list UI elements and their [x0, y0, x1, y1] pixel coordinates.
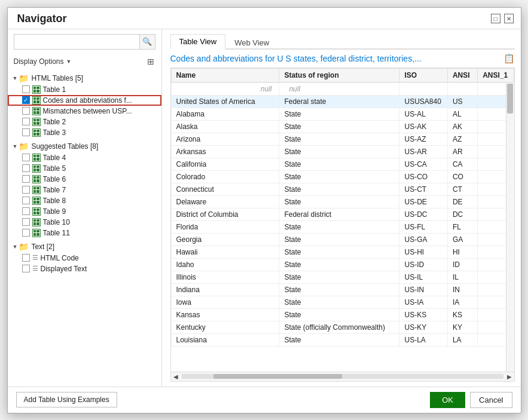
- tree-item-table5[interactable]: Table 5: [8, 163, 161, 174]
- table-icon-mismatches: [32, 107, 41, 115]
- col-header-ansi: ANSI: [447, 68, 477, 82]
- cancel-button[interactable]: Cancel: [470, 392, 512, 408]
- item-label-table3: Table 3: [43, 128, 66, 137]
- checkbox-table5[interactable]: [22, 164, 30, 172]
- suggested-group-label: Suggested Tables [8]: [31, 142, 98, 151]
- table-row: District of ColumbiaFederal districtUS-D…: [171, 208, 514, 220]
- table-row: KansasStateUS-KSKS: [171, 308, 514, 321]
- table-row: LouisianaStateUS-LALA: [171, 333, 514, 346]
- display-options-arrow: ▼: [66, 59, 72, 65]
- navigator-dialog: Navigator □ ✕ 🔍 Display Options ▼: [7, 7, 521, 413]
- search-input[interactable]: [14, 34, 140, 50]
- table-icon-8: [32, 197, 41, 205]
- item-label-table8: Table 8: [43, 197, 66, 205]
- checkbox-table9[interactable]: [22, 207, 30, 215]
- null-label-1: null: [261, 85, 272, 93]
- window-controls: □ ✕: [491, 14, 514, 23]
- table-icon-3: [32, 128, 41, 137]
- group-suggested-tables[interactable]: ▼ 📁 Suggested Tables [8]: [8, 140, 161, 152]
- col-header-ansi1: ANSI_1: [478, 68, 514, 82]
- tree-item-table9[interactable]: Table 9: [8, 206, 161, 217]
- preview-action-icon: 📋: [503, 53, 515, 63]
- item-label-table7: Table 7: [43, 186, 66, 194]
- tab-table-view[interactable]: Table View: [170, 34, 226, 50]
- preview-action-button[interactable]: 📋: [503, 53, 515, 64]
- tree-item-table7[interactable]: Table 7: [8, 185, 161, 195]
- checkbox-table7[interactable]: [22, 186, 30, 194]
- item-label-table6: Table 6: [43, 175, 66, 183]
- preview-header: Codes and abbreviations for U S states, …: [170, 53, 515, 64]
- checkbox-displayedtext[interactable]: [22, 265, 30, 272]
- tab-web-view[interactable]: Web View: [225, 35, 278, 50]
- tree-item-mismatches[interactable]: Mismatches between USP...: [8, 106, 161, 117]
- left-panel: 🔍 Display Options ▼ ⊞ ▼ 📁 HTML: [8, 29, 162, 387]
- checkbox-table4[interactable]: [22, 154, 30, 161]
- checkbox-table11[interactable]: [22, 229, 30, 237]
- checkbox-table3[interactable]: [22, 128, 30, 136]
- folder-icon-3: 📁: [19, 242, 29, 252]
- html-icon-2: ☰: [32, 265, 38, 272]
- display-options-button[interactable]: Display Options ▼: [14, 57, 72, 66]
- checkbox-table1[interactable]: [22, 85, 30, 93]
- table-row: ConnecticutStateUS-CTCT: [171, 183, 514, 195]
- nav-action-button[interactable]: ⊞: [146, 56, 155, 68]
- checkbox-codes[interactable]: ✓: [22, 96, 30, 104]
- table-row: HawaiiStateUS-HIHI: [171, 246, 514, 258]
- checkbox-table8[interactable]: [22, 197, 30, 204]
- ok-button[interactable]: OK: [430, 392, 465, 408]
- folder-icon: 📁: [19, 73, 29, 83]
- display-options-label: Display Options: [14, 57, 64, 66]
- search-icon: 🔍: [142, 37, 152, 46]
- checkbox-table2[interactable]: [22, 118, 30, 125]
- table-icon-6: [32, 175, 41, 183]
- item-label-htmlcode: HTML Code: [41, 254, 79, 262]
- expand-icon-2: ▼: [13, 143, 18, 149]
- checkbox-table10[interactable]: [22, 218, 30, 226]
- scroll-right-button[interactable]: ▶: [505, 372, 514, 381]
- table-row: ArizonaStateUS-AZAZ: [171, 133, 514, 145]
- tree-item-table4[interactable]: Table 4: [8, 152, 161, 163]
- tree-item-codes[interactable]: ✓ Codes and abbreviations f...: [8, 95, 161, 106]
- col-header-iso: ISO: [399, 68, 447, 82]
- checkbox-table6[interactable]: [22, 175, 30, 183]
- table-row: ArkansasStateUS-ARAR: [171, 145, 514, 158]
- table-row: AlabamaStateUS-ALAL: [171, 108, 514, 120]
- tree-item-table3[interactable]: Table 3: [8, 127, 161, 138]
- tree-item-table1[interactable]: Table 1: [8, 84, 161, 95]
- tree-item-table2[interactable]: Table 2: [8, 117, 161, 127]
- item-label-mismatches: Mismatches between USP...: [43, 107, 132, 115]
- tree-container: ▼ 📁 HTML Tables [5] Ta: [8, 71, 161, 387]
- data-table-body: null null United States of AmericaFedera…: [171, 82, 514, 347]
- tree-item-htmlcode[interactable]: ☰ HTML Code: [8, 253, 161, 263]
- checkbox-mismatches[interactable]: [22, 107, 30, 115]
- horizontal-scrollbar[interactable]: ◀ ▶: [171, 372, 514, 381]
- close-button[interactable]: ✕: [504, 14, 514, 23]
- checkbox-htmlcode[interactable]: [22, 254, 30, 262]
- tabs-row: Table View Web View: [170, 34, 515, 50]
- tree-item-table6[interactable]: Table 6: [8, 174, 161, 185]
- table-icon-5: [32, 164, 41, 173]
- scroll-track[interactable]: [182, 374, 503, 379]
- scroll-left-button[interactable]: ◀: [171, 372, 181, 381]
- preview-title: Codes and abbreviations for U S states, …: [170, 54, 422, 63]
- table-row: DelawareStateUS-DEDE: [171, 195, 514, 208]
- tree-item-table10[interactable]: Table 10: [8, 217, 161, 228]
- tree-item-displayedtext[interactable]: ☰ Displayed Text: [8, 263, 161, 274]
- table-row: ColoradoStateUS-COCO: [171, 170, 514, 183]
- search-button[interactable]: 🔍: [140, 34, 155, 50]
- add-examples-button[interactable]: Add Table Using Examples: [16, 392, 117, 407]
- group-text[interactable]: ▼ 📁 Text [2]: [8, 241, 161, 253]
- group-html-tables[interactable]: ▼ 📁 HTML Tables [5]: [8, 72, 161, 84]
- restore-button[interactable]: □: [491, 14, 500, 23]
- right-panel: Table View Web View Codes and abbreviati…: [162, 29, 521, 387]
- tree-item-table8[interactable]: Table 8: [8, 195, 161, 206]
- dialog-footer: Add Table Using Examples OK Cancel: [8, 387, 521, 413]
- dialog-title: Navigator: [17, 13, 67, 25]
- table-row: CaliforniaStateUS-CACA: [171, 158, 514, 170]
- tree-item-table11[interactable]: Table 11: [8, 228, 161, 238]
- table-row: IdahoStateUS-IDID: [171, 258, 514, 271]
- item-label-codes: Codes and abbreviations f...: [43, 96, 132, 105]
- table-icon-9: [32, 207, 41, 216]
- table-row: FloridaStateUS-FLFL: [171, 220, 514, 233]
- data-table-container: Name Status of region ISO ANSI ANSI_1: [170, 68, 515, 382]
